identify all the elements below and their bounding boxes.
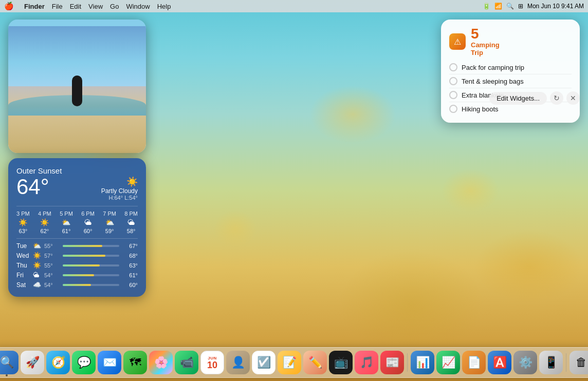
forecast-icon-thu: ☀️ xyxy=(33,261,44,269)
forecast-thu: Thu ☀️ 55° 63° xyxy=(16,261,138,269)
dock-item-appstore[interactable]: 🅰️ xyxy=(488,351,511,374)
dock-item-launchpad[interactable]: 🚀 xyxy=(21,351,44,374)
hour-icon-4pm: ☀️ xyxy=(40,218,49,226)
dock-item-keynote[interactable]: 📊 xyxy=(411,351,434,374)
dock-item-maps[interactable]: 🗺 xyxy=(123,351,147,374)
weather-hi-lo: H:64° L:54° xyxy=(101,195,138,201)
dock-item-facetime[interactable]: 📹 xyxy=(175,351,198,374)
reminder-item-1[interactable]: Pack for camping trip xyxy=(449,61,572,74)
hour-3pm: 3 PM ☀️ 63° xyxy=(16,211,30,234)
forecast-bar-container-sat xyxy=(63,284,119,286)
forecast-day-wed: Wed xyxy=(16,252,33,259)
dock-item-notes[interactable]: 📝 xyxy=(278,351,301,374)
rotate-widget-button[interactable]: ↻ xyxy=(550,91,563,105)
menubar-edit[interactable]: Edit xyxy=(70,3,81,10)
dock-item-pages[interactable]: 📄 xyxy=(462,351,486,374)
hour-label-8pm: 8 PM xyxy=(124,211,138,217)
forecast-bar-tue xyxy=(63,245,102,247)
battery-icon: 🔋 xyxy=(483,3,490,10)
reminder-item-2[interactable]: Tent & sleeping bags xyxy=(449,74,572,88)
forecast-bar-container-thu xyxy=(63,264,119,266)
hour-label-3pm: 3 PM xyxy=(16,211,30,217)
reminder-text-1: Pack for camping trip xyxy=(462,64,524,71)
hour-temp-6pm: 60° xyxy=(84,228,93,234)
forecast-wed: Wed ☀️ 57° 68° xyxy=(16,252,138,259)
hour-8pm: 8 PM 🌥 58° xyxy=(124,211,138,234)
hour-temp-4pm: 62° xyxy=(41,228,49,234)
dock-item-finder[interactable]: 🔍 xyxy=(0,351,19,374)
forecast-icon-sat: ☁️ xyxy=(33,281,44,289)
dock-item-music[interactable]: 🎵 xyxy=(355,351,378,374)
hour-6pm: 6 PM 🌥 60° xyxy=(81,211,95,234)
reminder-checkbox-4[interactable] xyxy=(449,105,457,113)
hour-temp-8pm: 58° xyxy=(127,228,136,234)
hour-icon-3pm: ☀️ xyxy=(19,218,27,226)
beach xyxy=(8,116,146,153)
menubar-window[interactable]: Window xyxy=(126,3,150,10)
hour-temp-7pm: 59° xyxy=(105,228,114,234)
close-widget-button[interactable]: ✕ xyxy=(566,91,580,105)
control-center-icon[interactable]: ⊞ xyxy=(518,3,523,10)
reminder-checkbox-1[interactable] xyxy=(449,63,457,71)
dock: 🔍 🚀 🧭 💬 ✉️ 🗺 🌸 📹 JUN 10 👤 ☑️ 📝 ✏️ 📺 🎵 📰 … xyxy=(0,347,588,378)
reminders-app-icon: ⚠ xyxy=(449,33,466,50)
dock-item-numbers[interactable]: 📈 xyxy=(436,351,460,374)
hour-temp-5pm: 61° xyxy=(62,228,71,234)
forecast-tue: Tue ⛅ 55° 67° xyxy=(16,242,138,250)
hour-label-4pm: 4 PM xyxy=(38,211,51,217)
search-icon[interactable]: 🔍 xyxy=(506,3,514,10)
dock-item-mail[interactable]: ✉️ xyxy=(98,351,121,374)
edit-widgets-bar: Edit Widgets... ↻ ✕ xyxy=(489,91,580,105)
menubar-finder[interactable]: Finder xyxy=(24,3,45,10)
forecast-bar-thu xyxy=(63,264,100,266)
weekly-forecast: Tue ⛅ 55° 67° Wed ☀️ 57° 68° Thu ☀️ xyxy=(16,238,138,289)
forecast-sat: Sat ☁️ 54° 60° xyxy=(16,281,138,289)
dock-item-appletv[interactable]: 📺 xyxy=(329,351,353,374)
menubar-view[interactable]: View xyxy=(88,3,103,10)
dock-item-reminders[interactable]: ☑️ xyxy=(252,351,275,374)
dock-item-freeform[interactable]: ✏️ xyxy=(303,351,327,374)
menubar-go[interactable]: Go xyxy=(110,3,119,10)
surfer xyxy=(72,75,82,106)
forecast-high-sat: 60° xyxy=(121,282,138,288)
dock-item-contacts[interactable]: 👤 xyxy=(226,351,250,374)
reminders-header: ⚠ 5 CampingTrip xyxy=(449,27,572,56)
menubar-file[interactable]: File xyxy=(52,3,63,10)
forecast-day-fri: Fri xyxy=(16,272,33,279)
forecast-high-fri: 61° xyxy=(121,272,138,278)
reminder-checkbox-2[interactable] xyxy=(449,77,457,85)
dock-item-photos[interactable]: 🌸 xyxy=(149,351,173,374)
forecast-high-wed: 68° xyxy=(121,253,138,259)
hour-icon-5pm: ⛅ xyxy=(62,218,70,226)
forecast-low-fri: 54° xyxy=(44,272,61,278)
reminder-text-4: Hiking boots xyxy=(462,105,499,113)
hour-7pm: 7 PM ⛅ 59° xyxy=(103,211,116,234)
edit-widgets-button[interactable]: Edit Widgets... xyxy=(489,92,547,105)
dock-item-safari[interactable]: 🧭 xyxy=(46,351,70,374)
dock-item-messages[interactable]: 💬 xyxy=(72,351,96,374)
dock-item-calendar[interactable]: JUN 10 xyxy=(200,351,224,374)
calendar-date: 10 xyxy=(207,360,217,370)
forecast-high-thu: 63° xyxy=(121,262,138,269)
wifi-icon: 📶 xyxy=(494,3,502,10)
dock-item-iphone[interactable]: 📱 xyxy=(539,351,563,374)
reminder-checkbox-3[interactable] xyxy=(449,91,457,99)
weather-widget: Outer Sunset 64° ☀️ Partly Cloudy H:64° … xyxy=(8,158,146,297)
photos-image xyxy=(8,20,146,153)
forecast-bar-container-tue xyxy=(63,245,119,247)
desktop: 🍎 Finder File Edit View Go Window Help 🔋… xyxy=(0,0,588,381)
forecast-icon-fri: 🌥 xyxy=(33,271,44,279)
reminders-list-title: CampingTrip xyxy=(471,41,500,56)
dock-separator-2 xyxy=(566,353,566,372)
weather-condition: ☀️ Partly Cloudy H:64° L:54° xyxy=(101,176,138,201)
dock-item-news[interactable]: 📰 xyxy=(380,351,404,374)
dock-separator xyxy=(407,353,408,372)
dock-item-trash[interactable]: 🗑 xyxy=(569,351,588,374)
forecast-bar-container-wed xyxy=(63,255,119,257)
menubar-right: 🔋 📶 🔍 ⊞ Mon Jun 10 9:41 AM xyxy=(483,3,584,10)
menubar-help[interactable]: Help xyxy=(157,3,171,10)
dock-item-settings[interactable]: ⚙️ xyxy=(513,351,537,374)
weather-location: Outer Sunset xyxy=(16,166,138,175)
forecast-bar-sat xyxy=(63,284,91,286)
apple-menu[interactable]: 🍎 xyxy=(4,2,14,11)
